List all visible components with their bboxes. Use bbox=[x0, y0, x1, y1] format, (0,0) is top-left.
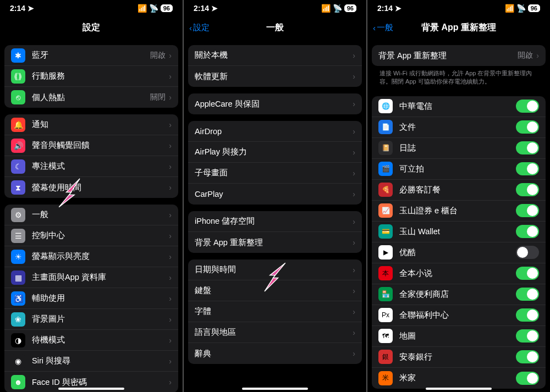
general-row-dictionary[interactable]: 辭典› bbox=[188, 343, 362, 364]
toggle-docs[interactable] bbox=[516, 120, 539, 134]
row-label: 辭典 bbox=[195, 349, 353, 359]
row-label: 軟體更新 bbox=[195, 71, 353, 82]
toggle-cht[interactable] bbox=[516, 100, 539, 113]
back-button[interactable]: ‹ 設定 bbox=[189, 23, 210, 33]
docs-icon: 📄 bbox=[378, 120, 393, 134]
journal-icon: 📔 bbox=[378, 141, 393, 155]
app-row-docs: 📄文件 bbox=[372, 117, 546, 138]
app-label: 可立拍 bbox=[399, 164, 516, 174]
settings-row-accessibility[interactable]: ♿輔助使用› bbox=[4, 288, 178, 309]
app-row-familymart: 🏪全家便利商店 bbox=[372, 284, 546, 305]
settings-row-focus[interactable]: ☾專注模式› bbox=[4, 156, 178, 177]
general-list[interactable]: 關於本機›軟體更新›AppleCare 與保固›AirDrop›AirPlay … bbox=[184, 38, 366, 392]
toggle-youku[interactable] bbox=[516, 246, 539, 259]
settings-row-display[interactable]: ☀螢幕顯示與亮度› bbox=[4, 246, 178, 267]
general-row-fonts[interactable]: 字體› bbox=[188, 301, 362, 322]
row-label: 專注模式 bbox=[32, 161, 169, 172]
esun-sec-icon: 📈 bbox=[378, 203, 393, 218]
general-row-language[interactable]: 語言與地區› bbox=[188, 322, 362, 343]
app-label: 日誌 bbox=[399, 143, 516, 153]
general-row-software-update[interactable]: 軟體更新› bbox=[188, 66, 362, 87]
toggle-pizza[interactable] bbox=[516, 183, 539, 196]
chevron-right-icon: › bbox=[353, 217, 355, 226]
toggle-entie[interactable] bbox=[516, 350, 539, 363]
settings-row-cellular[interactable]: ⸨⸩行動服務› bbox=[4, 66, 178, 87]
notifications-icon: 🔔 bbox=[11, 118, 25, 132]
app-row-novel: 本全本小说 bbox=[372, 263, 546, 284]
toggle-clips[interactable] bbox=[516, 162, 539, 175]
settings-row-notifications[interactable]: 🔔通知› bbox=[4, 114, 178, 135]
battery-icon: 96 bbox=[344, 4, 356, 12]
row-label: 待機模式 bbox=[32, 335, 169, 345]
nav-bar: ‹ 一般 背景 App 重新整理 bbox=[367, 16, 550, 38]
sounds-icon: 🔊 bbox=[11, 139, 25, 153]
screen-general: 2:14 ➤ 📶 📡 96 ‹ 設定 一般 關於本機›軟體更新›AppleCar… bbox=[184, 0, 366, 392]
chevron-right-icon: › bbox=[169, 252, 172, 261]
home-indicator[interactable] bbox=[242, 388, 308, 390]
home-indicator[interactable] bbox=[426, 388, 492, 390]
back-button[interactable]: ‹ 一般 bbox=[373, 23, 393, 33]
settings-row-control-center[interactable]: ☰控制中心› bbox=[4, 225, 178, 246]
general-row-storage[interactable]: iPhone 儲存空間› bbox=[188, 211, 362, 232]
nav-bar: ‹ 設定 一般 bbox=[184, 16, 366, 38]
row-label: 子母畫面 bbox=[195, 168, 353, 178]
row-label: CarPlay bbox=[195, 190, 353, 198]
row-label: 控制中心 bbox=[32, 230, 169, 241]
toggle-maps[interactable] bbox=[516, 329, 539, 343]
general-row-applecare[interactable]: AppleCare 與保固› bbox=[188, 93, 362, 114]
general-row-bg-refresh[interactable]: 背景 App 重新整理› bbox=[188, 232, 362, 253]
wallpaper-icon: ❀ bbox=[11, 312, 25, 327]
chevron-right-icon: › bbox=[353, 100, 355, 108]
signal-icon: 📶 bbox=[138, 4, 147, 13]
toggle-esun-wallet[interactable] bbox=[516, 225, 539, 238]
general-row-about[interactable]: 關於本機› bbox=[188, 45, 362, 66]
settings-row-bluetooth[interactable]: ✱藍牙開啟› bbox=[4, 45, 178, 66]
general-icon: ⚙ bbox=[11, 208, 25, 222]
toggle-mijia[interactable] bbox=[516, 372, 539, 385]
settings-row-wallpaper[interactable]: ❀背景圖片› bbox=[4, 309, 178, 330]
general-row-carplay[interactable]: CarPlay› bbox=[188, 184, 362, 205]
general-row-datetime[interactable]: 日期與時間› bbox=[188, 260, 362, 280]
faceid-icon: ☻ bbox=[11, 375, 25, 389]
general-row-pip[interactable]: 子母畫面› bbox=[188, 163, 362, 184]
row-label: 輔助使用 bbox=[32, 293, 169, 303]
app-row-cht: 🌐中華電信 bbox=[372, 96, 546, 117]
settings-row-siri[interactable]: ◉Siri 與搜尋› bbox=[4, 351, 178, 372]
settings-row-sounds[interactable]: 🔊聲音與觸覺回饋› bbox=[4, 135, 178, 156]
location-icon: ➤ bbox=[395, 4, 402, 13]
battery-icon: 96 bbox=[161, 4, 173, 12]
toggle-journal[interactable] bbox=[516, 141, 539, 154]
battery-icon: 96 bbox=[528, 4, 540, 12]
chevron-right-icon: › bbox=[353, 51, 355, 60]
cht-icon: 🌐 bbox=[378, 99, 393, 113]
chevron-right-icon: › bbox=[353, 328, 355, 337]
status-time: 2:14 bbox=[377, 4, 393, 13]
home-indicator[interactable] bbox=[58, 388, 124, 390]
app-row-esun-wallet: 💳玉山 Wallet bbox=[372, 222, 546, 242]
general-row-airdrop[interactable]: AirDrop› bbox=[188, 121, 362, 142]
row-label: 藍牙 bbox=[32, 50, 150, 60]
display-icon: ☀ bbox=[11, 250, 25, 264]
page-title: 設定 bbox=[82, 22, 100, 34]
app-label: 全家便利商店 bbox=[399, 289, 516, 300]
settings-list[interactable]: ✱藍牙開啟›⸨⸩行動服務›⎋個人熱點關閉› 🔔通知›🔊聲音與觸覺回饋›☾專注模式… bbox=[0, 38, 183, 392]
settings-row-home-screen[interactable]: ▦主畫面與App 資料庫› bbox=[4, 267, 178, 288]
bg-refresh-master-row[interactable]: 背景 App 重新整理 開啟 › bbox=[372, 45, 546, 66]
app-row-clips: 🎬可立拍 bbox=[372, 159, 546, 180]
settings-row-hotspot[interactable]: ⎋個人熱點關閉› bbox=[4, 87, 178, 108]
toggle-familymart[interactable] bbox=[516, 288, 539, 301]
row-value: 關閉 bbox=[150, 92, 166, 102]
toggle-pxpay[interactable] bbox=[516, 308, 539, 322]
settings-row-screentime[interactable]: ⧗螢幕使用時間› bbox=[4, 177, 178, 198]
cellular-icon: ⸨⸩ bbox=[11, 69, 25, 84]
general-row-airplay[interactable]: AirPlay 與接力› bbox=[188, 142, 362, 163]
toggle-esun-sec[interactable] bbox=[516, 204, 539, 217]
toggle-novel[interactable] bbox=[516, 267, 539, 280]
settings-row-standby[interactable]: ◑待機模式› bbox=[4, 330, 178, 351]
bg-refresh-list[interactable]: 背景 App 重新整理 開啟 › 連接 Wi-Fi 或行動網路時，允許 App … bbox=[367, 38, 550, 392]
general-row-keyboard[interactable]: 鍵盤› bbox=[188, 280, 362, 301]
signal-icon: 📶 bbox=[505, 4, 514, 13]
settings-row-general[interactable]: ⚙一般› bbox=[4, 205, 178, 225]
chevron-left-icon: ‹ bbox=[373, 23, 376, 32]
chevron-right-icon: › bbox=[353, 127, 355, 136]
